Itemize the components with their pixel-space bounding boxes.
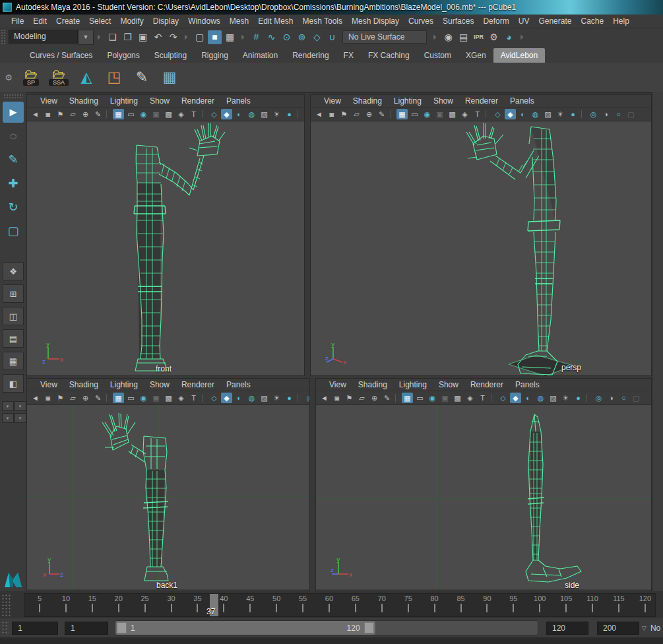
- select-by-object-icon[interactable]: ■: [208, 30, 222, 44]
- film-gate-icon[interactable]: ▭: [125, 393, 137, 403]
- safe-title-icon[interactable]: T: [472, 109, 483, 119]
- viewport-menu-item[interactable]: Shading: [353, 379, 393, 390]
- render-settings-icon[interactable]: ⚙: [487, 30, 501, 44]
- grease-pencil-icon[interactable]: ✎: [92, 109, 104, 119]
- snap-to-projected-center-icon[interactable]: ⊚: [295, 30, 309, 44]
- menu-item[interactable]: Curves: [404, 15, 438, 27]
- menu-item[interactable]: File: [7, 15, 28, 27]
- wireframe-icon[interactable]: ◇: [497, 393, 509, 403]
- smooth-shade-icon[interactable]: ◆: [505, 109, 516, 119]
- select-camera-icon[interactable]: ◄: [313, 109, 325, 119]
- gear-icon[interactable]: ⚙: [0, 73, 17, 82]
- snap-to-view-planes-icon[interactable]: ◇: [310, 30, 324, 44]
- viewport-menu-item[interactable]: Renderer: [460, 96, 503, 106]
- resolution-gate-icon[interactable]: ◉: [138, 393, 149, 403]
- viewport-menu-item[interactable]: Renderer: [176, 379, 220, 390]
- viewport-menu-item[interactable]: Show: [428, 96, 458, 106]
- menu-item[interactable]: Mesh: [225, 15, 253, 27]
- snap-to-points-icon[interactable]: ⊙: [280, 30, 294, 44]
- menu-item[interactable]: Modify: [115, 15, 148, 27]
- menu-item[interactable]: Mesh Tools: [298, 15, 347, 27]
- layout-outliner-persp[interactable]: ◫: [3, 307, 24, 325]
- menu-item[interactable]: UV: [514, 15, 534, 27]
- viewport-front-canvas[interactable]: yxz front: [27, 121, 304, 375]
- film-gate-icon[interactable]: ▭: [409, 109, 420, 119]
- snap-to-grids-icon[interactable]: #: [249, 30, 263, 44]
- grid-icon[interactable]: ▦: [113, 393, 124, 403]
- menu-item[interactable]: Deform: [478, 15, 513, 27]
- viewport-menu-item[interactable]: View: [324, 379, 352, 390]
- playback-start-field[interactable]: 1: [65, 622, 108, 635]
- safe-title-icon[interactable]: T: [188, 109, 199, 119]
- gate-mask-icon[interactable]: ▣: [150, 109, 162, 119]
- gate-mask-icon[interactable]: ▣: [439, 393, 451, 403]
- toolbar-separator[interactable]: ⏵: [184, 31, 189, 43]
- occlusion-icon[interactable]: ◎: [304, 393, 309, 403]
- wireframe-icon[interactable]: ◇: [208, 393, 220, 403]
- viewport-menu-item[interactable]: Panels: [221, 96, 256, 106]
- shelf-tab[interactable]: AvidLebon: [493, 48, 546, 63]
- camera-attributes-icon[interactable]: ◙: [42, 109, 53, 119]
- select-camera-icon[interactable]: ◄: [30, 109, 41, 119]
- pan-zoom-icon[interactable]: ⊕: [80, 393, 91, 403]
- isolate-select-icon[interactable]: ▢: [625, 109, 637, 119]
- shelf-folder-sp[interactable]: 🗁 SP: [18, 65, 44, 90]
- range-slider[interactable]: 1 120: [115, 620, 538, 635]
- shelf-folder-ssa[interactable]: 🗁 SSA: [46, 65, 71, 90]
- render-view-icon[interactable]: ◉: [441, 30, 455, 44]
- menu-item[interactable]: Generate: [534, 15, 576, 27]
- viewport-menu-item[interactable]: Panels: [510, 379, 545, 390]
- layout-graph-persp[interactable]: ▤: [3, 329, 24, 348]
- field-chart-icon[interactable]: ▩: [447, 109, 458, 119]
- viewport-menu-item[interactable]: Lighting: [105, 379, 143, 390]
- redo-icon[interactable]: ↷: [166, 30, 180, 44]
- layout-hypergraph-persp[interactable]: ▦: [3, 352, 24, 370]
- pan-zoom-icon[interactable]: ⊕: [369, 393, 380, 403]
- toolbox-grip[interactable]: [3, 94, 23, 99]
- default-material-icon[interactable]: ◍: [535, 393, 546, 403]
- motion-blur-icon[interactable]: ◑: [600, 109, 612, 119]
- bookmark-icon[interactable]: ⚑: [55, 109, 66, 119]
- viewport-menu-item[interactable]: Lighting: [105, 96, 143, 106]
- grease-pencil-icon[interactable]: ✎: [376, 109, 387, 119]
- safe-action-icon[interactable]: ◈: [464, 393, 476, 403]
- timeline-grip[interactable]: [1, 594, 11, 616]
- field-chart-icon[interactable]: ▩: [163, 109, 174, 119]
- viewport-menu-item[interactable]: Panels: [221, 379, 256, 390]
- checker-icon[interactable]: ▨: [548, 393, 559, 403]
- menu-item[interactable]: Help: [608, 15, 634, 27]
- live-surface-field[interactable]: No Live Surface: [342, 30, 427, 44]
- image-plane-icon[interactable]: ▱: [351, 109, 362, 119]
- mini-layout-3[interactable]: ▾: [2, 413, 14, 423]
- move-tool[interactable]: ✚: [3, 173, 24, 194]
- textured-icon[interactable]: ◐: [234, 393, 245, 403]
- smooth-shade-icon[interactable]: ◆: [221, 109, 232, 119]
- textured-icon[interactable]: ◐: [522, 393, 534, 403]
- shelf-tab[interactable]: Polygons: [100, 48, 146, 63]
- menu-item[interactable]: Surfaces: [438, 15, 478, 27]
- toolbar-separator[interactable]: ⏵: [433, 31, 437, 43]
- gate-mask-icon[interactable]: ▣: [434, 109, 445, 119]
- default-material-icon[interactable]: ◍: [246, 109, 257, 119]
- shadows-icon[interactable]: ●: [284, 393, 295, 403]
- shelf-tab[interactable]: Rendering: [285, 48, 336, 63]
- select-by-hierarchy-icon[interactable]: ▢: [193, 30, 206, 44]
- resolution-gate-icon[interactable]: ◉: [422, 109, 433, 119]
- resolution-gate-icon[interactable]: ◉: [138, 109, 149, 119]
- viewport-menu-item[interactable]: Shading: [348, 96, 387, 106]
- viewport-menu-item[interactable]: View: [35, 96, 63, 106]
- motion-blur-icon[interactable]: ◑: [606, 393, 617, 403]
- viewport-side-canvas[interactable]: yxz side: [316, 405, 651, 591]
- viewport-menu-item[interactable]: Panels: [505, 96, 540, 106]
- menu-item[interactable]: Display: [148, 15, 183, 27]
- select-camera-icon[interactable]: ◄: [319, 393, 330, 403]
- safe-action-icon[interactable]: ◈: [175, 393, 187, 403]
- image-plane-icon[interactable]: ▱: [67, 393, 79, 403]
- occlusion-icon[interactable]: ◎: [593, 393, 604, 403]
- shelf-tab[interactable]: Animation: [236, 48, 285, 63]
- toolbar-separator[interactable]: ⏵: [520, 31, 524, 43]
- mini-layout-2[interactable]: ▾: [15, 401, 26, 411]
- shelf-tab[interactable]: Curves / Surfaces: [22, 48, 100, 63]
- viewport-menu-item[interactable]: Show: [144, 96, 175, 106]
- multisample-icon[interactable]: ○: [613, 109, 624, 119]
